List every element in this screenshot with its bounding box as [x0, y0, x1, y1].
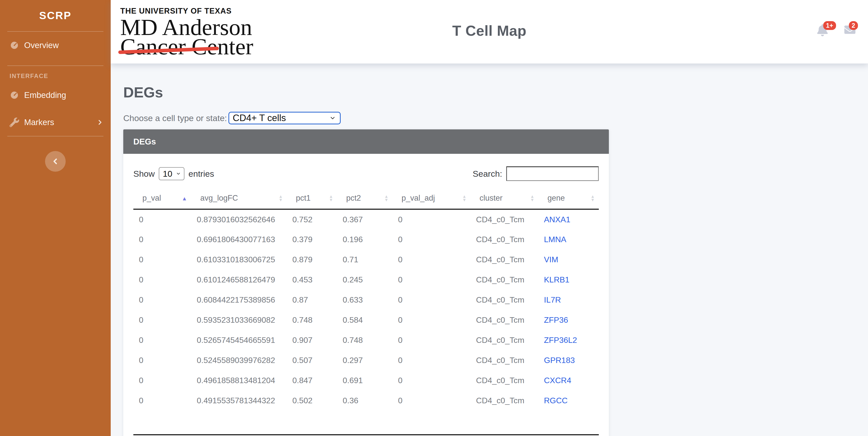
- sidebar-item-overview[interactable]: Overview: [0, 32, 111, 59]
- messages-count-badge: 2: [849, 21, 858, 30]
- page-title: DEGs: [123, 84, 868, 101]
- column-header-p_val[interactable]: p_val▲: [133, 189, 191, 209]
- cell-type-selected-value: CD4+ T cells: [233, 113, 286, 123]
- gene-link[interactable]: RGCC: [544, 396, 567, 405]
- table-row: 00.59352310336690820.7480.5840CD4_c0_Tcm…: [133, 310, 599, 330]
- column-header-pct1[interactable]: pct1▲▼: [287, 189, 337, 209]
- app-title: T Cell Map: [452, 22, 526, 39]
- p_val_adj-cell: 0: [393, 250, 470, 270]
- sort-asc-icon: ▲: [182, 196, 187, 201]
- pct2-cell: 0.245: [337, 270, 393, 290]
- gene-cell: ZFP36L2: [538, 330, 599, 350]
- cluster-cell: CD4_c0_Tcm: [470, 310, 538, 330]
- cell-type-label: Choose a cell type or state:: [123, 113, 227, 123]
- gene-link[interactable]: IL7R: [544, 295, 561, 304]
- pct1-cell: 0.453: [287, 270, 337, 290]
- sidebar: SCRP Overview INTERFACE Embedding Marker…: [0, 0, 111, 436]
- sidebar-collapse-button[interactable]: [45, 151, 66, 172]
- gene-link[interactable]: ANXA1: [544, 215, 570, 224]
- p_val-cell: 0: [133, 350, 191, 370]
- pct2-cell: 0.297: [337, 350, 393, 370]
- p_val_adj-cell: 0: [393, 270, 470, 290]
- pct2-cell: 0.196: [337, 229, 393, 250]
- cell-type-select[interactable]: CD4+ T cells: [228, 112, 341, 124]
- table-row: 00.52657454546655910.9070.7480CD4_c0_Tcm…: [133, 330, 599, 350]
- column-header-label: cluster: [479, 194, 502, 202]
- pct1-cell: 0.752: [287, 209, 337, 229]
- search-label: Search:: [473, 169, 502, 179]
- gene-cell: LMNA: [538, 229, 599, 250]
- column-header-label: p_val: [143, 194, 161, 202]
- p_val_adj-cell: 0: [393, 310, 470, 330]
- gene-cell: GPR183: [538, 350, 599, 370]
- sort-both-icon: ▲▼: [462, 195, 466, 202]
- column-header-avg_logFC[interactable]: avg_logFC▲▼: [191, 189, 287, 209]
- avg_logFC-cell: 0.4961858813481204: [191, 370, 287, 390]
- p_val_adj-cell: 0: [393, 209, 470, 229]
- gene-link[interactable]: VIM: [544, 255, 558, 264]
- avg_logFC-cell: 0.8793016032562646: [191, 209, 287, 229]
- gene-link[interactable]: ZFP36L2: [544, 336, 577, 345]
- p_val-cell: 0: [133, 250, 191, 270]
- p_val-cell: 0: [133, 290, 191, 310]
- table-row: 00.52455890399762820.5070.2970CD4_c0_Tcm…: [133, 350, 599, 370]
- column-header-gene[interactable]: gene▲▼: [538, 189, 599, 209]
- degs-panel: DEGs Show 10 entries: [123, 129, 609, 436]
- cluster-cell: CD4_c0_Tcm: [470, 290, 538, 310]
- pct2-cell: 0.36: [337, 390, 393, 411]
- sidebar-item-label: Overview: [24, 40, 59, 50]
- gene-cell: RGCC: [538, 390, 599, 411]
- cluster-cell: CD4_c0_Tcm: [470, 250, 538, 270]
- search-input[interactable]: [506, 166, 599, 181]
- p_val-cell: 0: [133, 330, 191, 350]
- app-brand: SCRP: [0, 9, 111, 25]
- gene-cell: VIM: [538, 250, 599, 270]
- column-header-p_val_adj[interactable]: p_val_adj▲▼: [393, 189, 470, 209]
- gauge-icon: [9, 40, 19, 50]
- gene-cell: ANXA1: [538, 209, 599, 229]
- degs-table: p_val▲avg_logFC▲▼pct1▲▼pct2▲▼p_val_adj▲▼…: [133, 189, 599, 411]
- pct2-cell: 0.748: [337, 330, 393, 350]
- gene-link[interactable]: CXCR4: [544, 376, 571, 385]
- p_val_adj-cell: 0: [393, 330, 470, 350]
- alerts-button[interactable]: 1+: [817, 24, 828, 37]
- p_val-cell: 0: [133, 370, 191, 390]
- column-header-label: avg_logFC: [200, 194, 238, 202]
- column-header-pct2[interactable]: pct2▲▼: [337, 189, 393, 209]
- p_val-cell: 0: [133, 229, 191, 250]
- pct1-cell: 0.507: [287, 350, 337, 370]
- avg_logFC-cell: 0.4915535781344322: [191, 390, 287, 411]
- sidebar-divider: [7, 136, 103, 137]
- pct2-cell: 0.71: [337, 250, 393, 270]
- degs-panel-header: DEGs: [123, 129, 609, 154]
- sidebar-section-label: INTERFACE: [9, 72, 111, 80]
- pct1-cell: 0.379: [287, 229, 337, 250]
- sidebar-item-embedding[interactable]: Embedding: [0, 82, 111, 109]
- pct1-cell: 0.502: [287, 390, 337, 411]
- gene-cell: ZFP36: [538, 310, 599, 330]
- pct2-cell: 0.633: [337, 290, 393, 310]
- avg_logFC-cell: 0.6103310183006725: [191, 250, 287, 270]
- sidebar-item-markers[interactable]: Markers: [0, 109, 111, 136]
- cluster-cell: CD4_c0_Tcm: [470, 390, 538, 411]
- degs-table-body: 00.87930160325626460.7520.3670CD4_c0_Tcm…: [133, 209, 599, 411]
- chevron-down-icon: [176, 171, 181, 176]
- column-header-label: pct2: [346, 194, 361, 202]
- logo-line3: Cancer Center: [120, 37, 253, 56]
- page-length-select[interactable]: 10: [159, 167, 184, 180]
- gene-link[interactable]: GPR183: [544, 356, 575, 365]
- p_val-cell: 0: [133, 310, 191, 330]
- pct1-cell: 0.879: [287, 250, 337, 270]
- pct1-cell: 0.907: [287, 330, 337, 350]
- pct2-cell: 0.584: [337, 310, 393, 330]
- gene-cell: IL7R: [538, 290, 599, 310]
- gene-link[interactable]: ZFP36: [544, 315, 568, 324]
- pct2-cell: 0.691: [337, 370, 393, 390]
- table-row: 00.49618588134812040.8470.6910CD4_c0_Tcm…: [133, 370, 599, 390]
- column-header-cluster[interactable]: cluster▲▼: [470, 189, 538, 209]
- gene-link[interactable]: LMNA: [544, 235, 566, 244]
- gene-link[interactable]: KLRB1: [544, 275, 569, 284]
- messages-button[interactable]: 2: [843, 24, 857, 37]
- page-length-value: 10: [163, 169, 172, 179]
- sort-both-icon: ▲▼: [590, 195, 595, 202]
